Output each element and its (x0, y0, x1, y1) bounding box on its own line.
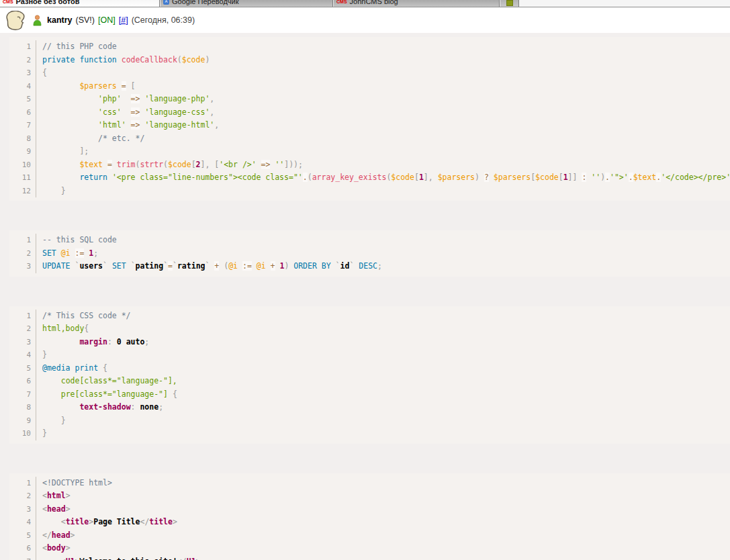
tab-label: JohnCMS blog (350, 0, 398, 5)
code-line: 8 text-shadow: none; (9, 401, 730, 414)
tab-strip-filler (519, 0, 730, 7)
line-number: 6 (9, 542, 36, 555)
code-line: 1// this PHP code (9, 40, 730, 54)
code-line: 11 return '<pre class="line-numbers"><co… (9, 171, 730, 185)
line-number: 9 (9, 145, 36, 158)
code-block-css: 1/* This CSS code */2html,body{3 margin:… (9, 306, 730, 444)
avatar-placeholder-icon (5, 11, 28, 31)
code-line: 2<html> (9, 489, 730, 503)
cms-icon: CMS (3, 0, 13, 5)
tab-label: Google Переводчик (172, 0, 239, 5)
line-number: 8 (9, 401, 36, 414)
line-number: 7 (9, 555, 36, 560)
new-tab-plus-icon (506, 0, 513, 6)
line-number: 2 (9, 247, 36, 261)
code-line: 3 margin: 0 auto; (9, 336, 730, 349)
post-header: kantry (SV!) [ON] [#] (Сегодня, 06:39) (0, 7, 730, 33)
code-line: 2html,body{ (9, 322, 730, 336)
line-number: 10 (9, 158, 36, 172)
line-number: 1 (9, 234, 36, 247)
code-line: 6 'css' => 'language-css', (9, 106, 730, 120)
line-number: 3 (9, 503, 36, 516)
code-line: 7 'html' => 'language-html', (9, 119, 730, 132)
line-number: 4 (9, 516, 36, 529)
post-timestamp: (Сегодня, 06:39) (132, 15, 195, 25)
line-number: 1 (9, 310, 36, 323)
code-line: 9 ]; (9, 145, 730, 158)
code-line: 3UPDATE `users` SET `pating`=`rating` + … (9, 260, 730, 273)
translate-icon: A (163, 0, 169, 5)
code-line: 10} (9, 427, 730, 440)
line-number: 1 (9, 40, 36, 54)
line-number: 11 (9, 171, 36, 185)
user-suffix: (SV!) (76, 15, 95, 25)
cms-icon: CMS (336, 0, 347, 5)
code-block-php: 1// this PHP code2private function codeC… (9, 37, 730, 201)
post-anchor-link[interactable]: [#] (119, 15, 128, 25)
code-line: 6 code[class*="language-"], (9, 375, 730, 388)
code-line: 2private function codeCallback($code) (9, 54, 730, 67)
line-number: 5 (9, 529, 36, 543)
online-badge: [ON] (98, 15, 116, 25)
line-number: 2 (9, 322, 36, 336)
post-header-text: kantry (SV!) [ON] [#] (Сегодня, 06:39) (47, 15, 195, 25)
code-line: 3{ (9, 66, 730, 80)
line-number: 8 (9, 132, 36, 146)
code-line: 6<body> (9, 542, 730, 555)
line-number: 9 (9, 414, 36, 428)
code-line: 4} (9, 348, 730, 362)
code-line: 4 <title>Page Title</title> (9, 516, 730, 529)
line-number: 7 (9, 388, 36, 402)
line-number: 5 (9, 93, 36, 106)
code-line: 7 <H1>Welcome to this site!</H1> (9, 555, 730, 560)
browser-tab-bar: CMSРазное без ботовAGoogle ПереводчикCMS… (0, 0, 730, 7)
line-number: 4 (9, 80, 36, 93)
code-block-sql: 1-- this SQL code2SET @i := 1;3UPDATE `u… (9, 230, 730, 277)
username[interactable]: kantry (47, 15, 73, 25)
tab-label: Разное без ботов (16, 0, 80, 5)
page: CMSРазное без ботовAGoogle ПереводчикCMS… (0, 0, 730, 560)
line-number: 4 (9, 348, 36, 362)
code-line: 5</head> (9, 529, 730, 543)
code-line: 7 pre[class*="language-"] { (9, 388, 730, 402)
code-line: 1-- this SQL code (9, 234, 730, 247)
post-body: 1// this PHP code2private function codeC… (0, 33, 730, 560)
user-online-icon (32, 15, 42, 26)
code-line: 3<head> (9, 503, 730, 516)
code-line: 1/* This CSS code */ (9, 310, 730, 323)
line-number: 3 (9, 260, 36, 273)
line-number: 1 (9, 477, 36, 490)
browser-tab[interactable]: CMSJohnCMS blog (333, 0, 500, 7)
browser-tab[interactable]: CMSРазное без ботов (0, 0, 160, 7)
line-number: 2 (9, 54, 36, 67)
code-block-html: 1<!DOCTYPE html>2<html>3<head>4 <title>P… (9, 473, 730, 560)
code-line: 10 $text = trim(strtr($code[2], ['<br />… (9, 158, 730, 172)
line-number: 3 (9, 336, 36, 349)
line-number: 3 (9, 66, 36, 80)
code-line: 4 $parsers = [ (9, 80, 730, 93)
code-line: 5@media print { (9, 362, 730, 375)
code-line: 5 'php' => 'language-php', (9, 93, 730, 106)
line-number: 2 (9, 489, 36, 503)
new-tab-button[interactable] (500, 0, 519, 7)
line-number: 6 (9, 375, 36, 388)
line-number: 10 (9, 427, 36, 440)
line-number: 6 (9, 106, 36, 120)
line-number: 12 (9, 185, 36, 198)
code-line: 1<!DOCTYPE html> (9, 477, 730, 490)
code-line: 8 /* etc. */ (9, 132, 730, 146)
code-line: 12 } (9, 185, 730, 198)
line-number: 7 (9, 119, 36, 132)
code-line: 2SET @i := 1; (9, 247, 730, 261)
code-line: 9 } (9, 414, 730, 428)
line-number: 5 (9, 362, 36, 375)
browser-tab[interactable]: AGoogle Переводчик (160, 0, 333, 7)
